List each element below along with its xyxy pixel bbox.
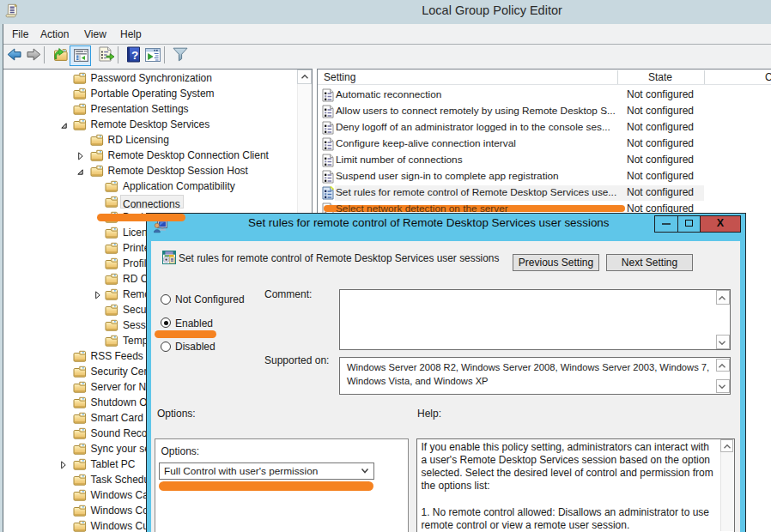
svg-text:?: ? <box>131 49 138 62</box>
